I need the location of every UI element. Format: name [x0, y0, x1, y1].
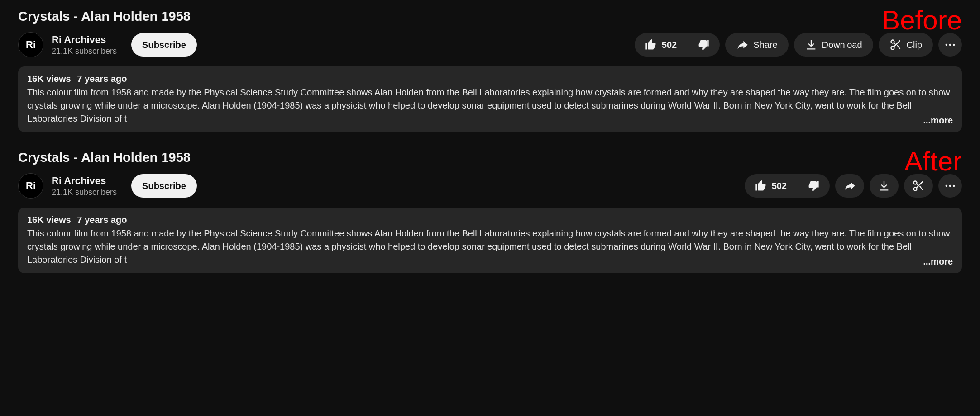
svg-point-9	[953, 185, 955, 187]
like-count: 502	[662, 40, 677, 50]
upload-age: 7 years ago	[77, 74, 127, 84]
video-title: Crystals - Alan Holden 1958	[18, 9, 962, 24]
description-meta: 16K views 7 years ago	[27, 74, 953, 84]
after-section: After Crystals - Alan Holden 1958 Ri Ri …	[18, 150, 962, 273]
show-more-button[interactable]: ...more	[919, 115, 953, 126]
more-horizontal-icon	[944, 180, 956, 192]
svg-point-2	[946, 44, 948, 46]
before-label: Before	[882, 5, 962, 36]
show-more-button[interactable]: ...more	[919, 256, 953, 267]
thumbs-up-icon	[645, 38, 657, 51]
view-count: 16K views	[27, 74, 71, 84]
video-title: Crystals - Alan Holden 1958	[18, 150, 962, 165]
channel-block: Ri Ri Archives 21.1K subscribers Subscri…	[18, 32, 197, 57]
description-text: This colour film from 1958 and made by t…	[27, 86, 953, 125]
upload-age: 7 years ago	[77, 215, 127, 225]
thumbs-down-icon	[697, 38, 710, 51]
thumbs-down-icon	[807, 180, 820, 192]
share-icon	[843, 180, 856, 192]
meta-row: Ri Ri Archives 21.1K subscribers Subscri…	[18, 32, 962, 57]
actions-row-before: 502 Share Download Clip	[635, 33, 962, 57]
channel-block: Ri Ri Archives 21.1K subscribers Subscri…	[18, 173, 197, 199]
view-count: 16K views	[27, 215, 71, 225]
channel-text: Ri Archives 21.1K subscribers	[52, 34, 117, 56]
svg-point-8	[949, 185, 951, 187]
meta-row: Ri Ri Archives 21.1K subscribers Subscri…	[18, 173, 962, 199]
download-label: Download	[822, 40, 862, 50]
after-label: After	[904, 146, 962, 177]
scissors-icon	[912, 180, 925, 192]
channel-avatar[interactable]: Ri	[18, 32, 43, 57]
actions-row-after: 502	[745, 174, 962, 198]
description-box[interactable]: 16K views 7 years ago This colour film f…	[18, 208, 962, 273]
svg-point-3	[949, 44, 951, 46]
share-button[interactable]	[835, 174, 864, 198]
download-button[interactable]: Download	[794, 33, 873, 57]
clip-button[interactable]: Clip	[879, 33, 933, 57]
channel-name[interactable]: Ri Archives	[52, 175, 117, 187]
clip-label: Clip	[907, 40, 922, 50]
like-count: 502	[772, 181, 787, 191]
share-label: Share	[753, 40, 777, 50]
subscriber-count: 21.1K subscribers	[52, 47, 117, 56]
svg-point-4	[953, 44, 955, 46]
svg-point-0	[891, 40, 894, 43]
channel-avatar[interactable]: Ri	[18, 173, 43, 199]
svg-point-5	[914, 181, 917, 184]
like-button[interactable]: 502	[635, 33, 687, 57]
channel-text: Ri Archives 21.1K subscribers	[52, 175, 117, 197]
download-icon	[878, 180, 890, 192]
description-meta: 16K views 7 years ago	[27, 215, 953, 225]
share-button[interactable]: Share	[725, 33, 788, 57]
scissors-icon	[889, 38, 902, 51]
thumbs-up-icon	[755, 180, 767, 192]
more-actions-button[interactable]	[938, 33, 962, 57]
subscriber-count: 21.1K subscribers	[52, 188, 117, 197]
like-dislike-segment: 502	[635, 33, 720, 57]
like-button[interactable]: 502	[745, 174, 797, 198]
like-dislike-segment: 502	[745, 174, 830, 198]
svg-point-1	[891, 47, 894, 50]
before-section: Before Crystals - Alan Holden 1958 Ri Ri…	[18, 9, 962, 132]
download-icon	[805, 38, 817, 51]
subscribe-button[interactable]: Subscribe	[131, 33, 197, 57]
share-icon	[736, 38, 749, 51]
clip-button[interactable]	[904, 174, 933, 198]
svg-point-7	[946, 185, 948, 187]
more-horizontal-icon	[944, 38, 956, 51]
description-box[interactable]: 16K views 7 years ago This colour film f…	[18, 66, 962, 132]
more-actions-button[interactable]	[938, 174, 962, 198]
channel-name[interactable]: Ri Archives	[52, 34, 117, 46]
svg-point-6	[914, 188, 917, 191]
dislike-button[interactable]	[687, 33, 720, 57]
download-button[interactable]	[870, 174, 899, 198]
subscribe-button[interactable]: Subscribe	[131, 174, 197, 198]
description-text: This colour film from 1958 and made by t…	[27, 227, 953, 266]
dislike-button[interactable]	[797, 174, 830, 198]
